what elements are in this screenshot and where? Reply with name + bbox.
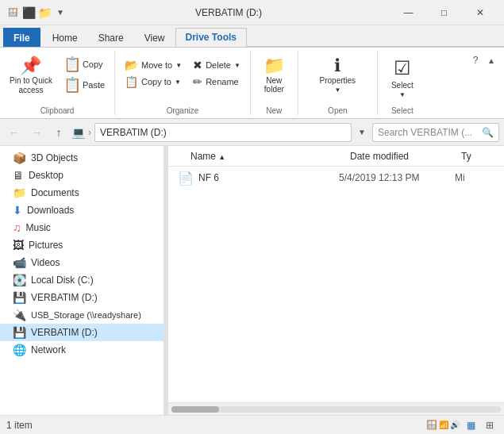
ribbon-collapse-area: ? ▲ bbox=[469, 54, 498, 67]
select-button[interactable]: ☑ Select ▼ bbox=[383, 54, 422, 102]
music-icon: ♫ bbox=[13, 221, 21, 234]
select-label: Select bbox=[391, 81, 414, 90]
column-name[interactable]: Name ▲ bbox=[187, 148, 347, 165]
quick-access-icon: ⬛ bbox=[22, 6, 35, 19]
ribbon: 📌 Pin to Quickaccess 📋 Copy 📋 Paste Clip… bbox=[0, 48, 504, 119]
status-bar: 1 item 🪟 📶 🔊 ▦ ⊞ bbox=[0, 415, 504, 434]
window-controls: — □ ✕ bbox=[391, 0, 498, 25]
paste-button[interactable]: 📋 Paste bbox=[59, 75, 110, 95]
rename-icon: ✏ bbox=[193, 75, 202, 88]
sidebar-item-label: VERBATIM (D:) bbox=[31, 292, 98, 303]
paste-label: Paste bbox=[83, 80, 105, 90]
select-buttons: ☑ Select ▼ bbox=[383, 51, 422, 105]
back-button[interactable]: ← bbox=[5, 123, 24, 142]
tab-home[interactable]: Home bbox=[42, 28, 88, 47]
tab-view[interactable]: View bbox=[134, 28, 175, 47]
sidebar-item-videos[interactable]: 📹 Videos bbox=[0, 254, 164, 271]
ribbon-group-organize: 📂 Move to ▼ 📋 Copy to ▼ ✖ Delete ▼ ✏ bbox=[115, 51, 251, 115]
file-date-nf6: 5/4/2019 12:13 PM bbox=[339, 172, 450, 183]
sidebar-item-desktop[interactable]: 🖥 Desktop bbox=[0, 167, 164, 184]
sidebar: 📦 3D Objects 🖥 Desktop 📁 Documents ⬇ Dow… bbox=[0, 146, 164, 415]
new-folder-icon: 📁 bbox=[264, 57, 285, 75]
sidebar-item-music[interactable]: ♫ Music bbox=[0, 219, 164, 236]
select-label-group: Select bbox=[391, 105, 414, 115]
delete-icon: ✖ bbox=[193, 59, 202, 71]
ribbon-collapse-button[interactable]: ▲ bbox=[485, 54, 498, 67]
ribbon-help-button[interactable]: ? bbox=[469, 54, 482, 67]
search-box[interactable]: Search VERBATIM (... 🔍 bbox=[372, 123, 499, 142]
tab-manage[interactable]: Drive Tools bbox=[175, 28, 247, 47]
up-button[interactable]: ↑ bbox=[49, 123, 68, 142]
taskbar-icons: 🪟 📶 🔊 bbox=[426, 420, 460, 430]
copy-to-button[interactable]: 📋 Copy to ▼ bbox=[120, 74, 187, 90]
move-to-button[interactable]: 📂 Move to ▼ bbox=[120, 57, 187, 73]
rename-label: Rename bbox=[206, 77, 239, 86]
file-type-nf6: Mi bbox=[455, 172, 494, 183]
sidebar-item-verbatim-active[interactable]: 💾 VERBATIM (D:) bbox=[0, 324, 164, 341]
file-list: 📄 NF 6 5/4/2019 12:13 PM Mi bbox=[168, 167, 504, 402]
file-row-nf6[interactable]: 📄 NF 6 5/4/2019 12:13 PM Mi bbox=[168, 167, 504, 189]
properties-icon: ℹ bbox=[334, 57, 340, 75]
sidebar-item-network[interactable]: 🌐 Network bbox=[0, 341, 164, 359]
pin-to-quick-access-button[interactable]: 📌 Pin to Quickaccess bbox=[5, 54, 57, 98]
delete-button[interactable]: ✖ Delete ▼ bbox=[188, 57, 245, 73]
column-date-modified[interactable]: Date modified bbox=[347, 148, 458, 165]
new-buttons: 📁 Newfolder bbox=[257, 51, 290, 105]
horizontal-scrollbar[interactable] bbox=[168, 402, 504, 415]
window-title: VERBATIM (D:) bbox=[67, 7, 391, 18]
sidebar-item-3d-objects[interactable]: 📦 3D Objects bbox=[0, 149, 164, 167]
window-icon: 🪟 bbox=[6, 6, 19, 19]
pictures-icon: 🖼 bbox=[13, 239, 24, 252]
path-separator: › bbox=[88, 127, 91, 138]
sidebar-item-downloads[interactable]: ⬇ Downloads bbox=[0, 202, 164, 219]
network-icon: 🌐 bbox=[13, 344, 26, 356]
rename-button[interactable]: ✏ Rename bbox=[188, 74, 245, 90]
close-button[interactable]: ✕ bbox=[462, 0, 498, 25]
ribbon-group-new: 📁 Newfolder New bbox=[251, 51, 298, 115]
search-placeholder: Search VERBATIM (... bbox=[378, 127, 472, 138]
forward-button[interactable]: → bbox=[27, 123, 46, 142]
folder-icon: 📁 bbox=[38, 6, 51, 19]
organize-label: Organize bbox=[167, 105, 199, 115]
downloads-icon: ⬇ bbox=[13, 204, 22, 217]
tab-share[interactable]: Share bbox=[88, 28, 134, 47]
ribbon-group-clipboard: 📌 Pin to Quickaccess 📋 Copy 📋 Paste Clip… bbox=[0, 51, 115, 115]
ribbon-group-select: ☑ Select ▼ Select bbox=[378, 51, 427, 115]
sidebar-item-label: Local Disk (C:) bbox=[31, 275, 94, 286]
details-view-button[interactable]: ▦ bbox=[463, 417, 479, 433]
hscroll-track[interactable] bbox=[171, 406, 501, 413]
large-icons-view-button[interactable]: ⊞ bbox=[482, 417, 498, 433]
new-folder-button[interactable]: 📁 Newfolder bbox=[257, 54, 290, 97]
copy-icon: 📋 bbox=[63, 57, 81, 71]
sidebar-item-verbatim-1[interactable]: 💾 VERBATIM (D:) bbox=[0, 289, 164, 306]
new-folder-label: Newfolder bbox=[264, 76, 284, 94]
file-area: Name ▲ Date modified Ty 📄 NF 6 5/4/2019 … bbox=[168, 146, 504, 415]
minimize-button[interactable]: — bbox=[391, 0, 426, 25]
sidebar-item-label: Desktop bbox=[29, 170, 63, 181]
title-bar-window-icons: 🪟 ⬛ 📁 ▼ bbox=[6, 6, 67, 19]
sidebar-item-label: USB_Storage (\\readyshare) bbox=[31, 310, 141, 320]
properties-button[interactable]: ℹ Properties ▼ bbox=[315, 54, 361, 97]
sidebar-item-pictures[interactable]: 🖼 Pictures bbox=[0, 236, 164, 254]
wifi-icon: 📶 bbox=[439, 421, 448, 429]
sidebar-item-label: Pictures bbox=[29, 240, 63, 251]
sidebar-item-documents[interactable]: 📁 Documents bbox=[0, 184, 164, 202]
tab-file[interactable]: File bbox=[3, 28, 40, 47]
ribbon-tabs: File Home Share View Drive Tools bbox=[0, 25, 504, 48]
column-type[interactable]: Ty bbox=[458, 148, 498, 165]
pin-label: Pin to Quickaccess bbox=[10, 76, 52, 95]
local-disk-icon: 💽 bbox=[13, 274, 26, 286]
address-dropdown-button[interactable]: ▼ bbox=[355, 126, 369, 138]
move-icon: 📂 bbox=[125, 59, 138, 71]
search-icon: 🔍 bbox=[482, 127, 494, 138]
sidebar-item-usb-storage[interactable]: 🔌 USB_Storage (\\readyshare) bbox=[0, 306, 164, 324]
clipboard-buttons: 📌 Pin to Quickaccess 📋 Copy 📋 Paste bbox=[5, 51, 110, 105]
sidebar-item-local-disk[interactable]: 💽 Local Disk (C:) bbox=[0, 271, 164, 289]
sidebar-item-label: Network bbox=[31, 344, 66, 355]
hscroll-thumb[interactable] bbox=[171, 406, 219, 413]
maximize-button[interactable]: □ bbox=[426, 0, 462, 25]
open-label: Open bbox=[328, 105, 347, 115]
address-path-input[interactable]: VERBATIM (D:) bbox=[94, 123, 352, 142]
sidebar-item-label: VERBATIM (D:) bbox=[31, 327, 98, 338]
copy-button[interactable]: 📋 Copy bbox=[59, 54, 110, 75]
